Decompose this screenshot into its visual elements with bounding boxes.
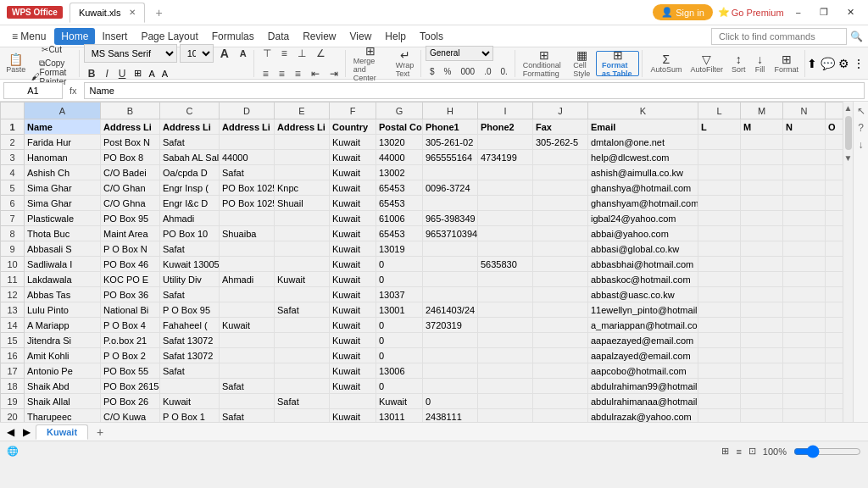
cell-G15[interactable]: 0 <box>376 333 423 348</box>
cell-G20[interactable]: 13011 <box>376 409 423 423</box>
decrease-decimal-button[interactable]: 0. <box>496 63 511 81</box>
close-button[interactable]: ✕ <box>840 5 861 19</box>
search-input[interactable] <box>711 28 847 45</box>
cell-H10[interactable] <box>423 257 478 272</box>
cell-H12[interactable] <box>423 287 478 302</box>
cell-O11[interactable] <box>826 272 843 287</box>
cell-B20[interactable]: C/O Kuwa <box>101 409 160 423</box>
col-header-l[interactable]: L <box>698 103 741 119</box>
decrease-font-button[interactable]: A <box>236 44 251 63</box>
cell-N3[interactable] <box>783 150 826 165</box>
cell-K12[interactable]: abbast@uasc.co.kw <box>588 287 698 302</box>
cell-D12[interactable] <box>220 287 275 302</box>
cell-G9[interactable]: 13019 <box>376 241 423 257</box>
cell-C5[interactable]: Engr Insp ( <box>160 180 220 196</box>
cell-A11[interactable]: Lakdawala <box>25 272 101 287</box>
cell-L3[interactable] <box>698 150 741 165</box>
settings-icon[interactable]: ⚙ <box>838 57 849 70</box>
cell-E17[interactable] <box>275 363 330 379</box>
share-icon[interactable]: ⬆ <box>807 57 817 70</box>
cell-D3[interactable]: 44000 <box>220 150 275 165</box>
cell-F7[interactable]: Kuwait <box>330 211 376 226</box>
row-header-13[interactable]: 13 <box>1 302 25 318</box>
cell-B10[interactable]: PO Box 46 <box>101 257 160 272</box>
cell-A18[interactable]: Shaik Abd <box>25 379 101 394</box>
cell-C8[interactable]: PO Box 10 <box>160 226 220 241</box>
add-tab-icon[interactable]: + <box>152 6 165 19</box>
cell-M17[interactable] <box>741 363 783 379</box>
cell-G7[interactable]: 61006 <box>376 211 423 226</box>
row-header-4[interactable]: 4 <box>1 165 25 180</box>
cell-F5[interactable]: Kuwait <box>330 180 376 196</box>
cell-G18[interactable]: 0 <box>376 379 423 394</box>
sort-button[interactable]: ↕ Sort <box>728 51 749 76</box>
sheet-tab-kuwait[interactable]: Kuwait <box>36 424 88 440</box>
cell-L20[interactable] <box>698 409 741 423</box>
cell-E6[interactable]: Shuail <box>275 196 330 211</box>
cell-B2[interactable]: Post Box N <box>101 135 160 150</box>
row-header-7[interactable]: 7 <box>1 211 25 226</box>
cell-I18[interactable] <box>478 379 533 394</box>
cell-M5[interactable] <box>741 180 783 196</box>
cell-H2[interactable]: 305-261-02 <box>423 135 478 150</box>
cell-F4[interactable]: Kuwait <box>330 165 376 180</box>
cell-N11[interactable] <box>783 272 826 287</box>
row-header-3[interactable]: 3 <box>1 150 25 165</box>
cell-O7[interactable] <box>826 211 843 226</box>
cell-I7[interactable] <box>478 211 533 226</box>
cell-D6[interactable]: PO Box 10252 <box>220 196 275 211</box>
text-angle-button[interactable]: ∠ <box>312 44 330 63</box>
cell-J1[interactable]: Fax <box>533 119 588 135</box>
cell-N6[interactable] <box>783 196 826 211</box>
cell-D2[interactable] <box>220 135 275 150</box>
border-button[interactable]: ⊞ <box>131 66 144 80</box>
scroll-thumb[interactable] <box>845 116 852 150</box>
cell-E3[interactable] <box>275 150 330 165</box>
cell-E20[interactable] <box>275 409 330 423</box>
cell-E5[interactable]: Knpc <box>275 180 330 196</box>
cell-N10[interactable] <box>783 257 826 272</box>
col-header-n[interactable]: N <box>783 103 826 119</box>
col-header-f[interactable]: F <box>330 103 376 119</box>
cell-E13[interactable]: Safat <box>275 302 330 318</box>
cell-M6[interactable] <box>741 196 783 211</box>
cell-B5[interactable]: C/O Ghan <box>101 180 160 196</box>
cell-K9[interactable]: abbasi@global.co.kw <box>588 241 698 257</box>
cell-C12[interactable]: Safat <box>160 287 220 302</box>
align-left-button[interactable]: ≡ <box>259 64 273 83</box>
menu-data[interactable]: Data <box>261 28 296 45</box>
cell-O5[interactable] <box>826 180 843 196</box>
cell-O20[interactable] <box>826 409 843 423</box>
menu-help[interactable]: Help <box>378 28 413 45</box>
cell-L15[interactable] <box>698 333 741 348</box>
cell-K1[interactable]: Email <box>588 119 698 135</box>
cell-J10[interactable] <box>533 257 588 272</box>
cell-C7[interactable]: Ahmadi <box>160 211 220 226</box>
cell-G2[interactable]: 13020 <box>376 135 423 150</box>
cell-H3[interactable]: 965555164 <box>423 150 478 165</box>
cell-K16[interactable]: aapalzayed@email.com <box>588 348 698 363</box>
cell-A13[interactable]: Lulu Pinto <box>25 302 101 318</box>
increase-indent-button[interactable]: ⇥ <box>326 64 342 83</box>
formula-input[interactable] <box>84 82 865 99</box>
cell-G14[interactable]: 0 <box>376 318 423 333</box>
cell-N19[interactable] <box>783 394 826 409</box>
bold-button[interactable]: B <box>84 64 100 83</box>
cell-A5[interactable]: Sima Ghar <box>25 180 101 196</box>
cell-E2[interactable] <box>275 135 330 150</box>
view-page-icon[interactable]: ⊡ <box>748 446 756 457</box>
zoom-slider[interactable] <box>793 445 861 458</box>
cell-F19[interactable] <box>330 394 376 409</box>
cell-J13[interactable] <box>533 302 588 318</box>
cell-E8[interactable] <box>275 226 330 241</box>
go-premium-button[interactable]: ⭐ Go Premium <box>718 7 784 18</box>
cell-I13[interactable] <box>478 302 533 318</box>
menu-insert[interactable]: Insert <box>95 28 134 45</box>
cell-O13[interactable] <box>826 302 843 318</box>
right-panel-icon-3[interactable]: ↓ <box>859 139 864 151</box>
cell-D10[interactable] <box>220 257 275 272</box>
cell-F15[interactable]: Kuwait <box>330 333 376 348</box>
cell-H6[interactable] <box>423 196 478 211</box>
cell-K2[interactable]: dmtalon@one.net <box>588 135 698 150</box>
cell-B1[interactable]: Address Li <box>101 119 160 135</box>
